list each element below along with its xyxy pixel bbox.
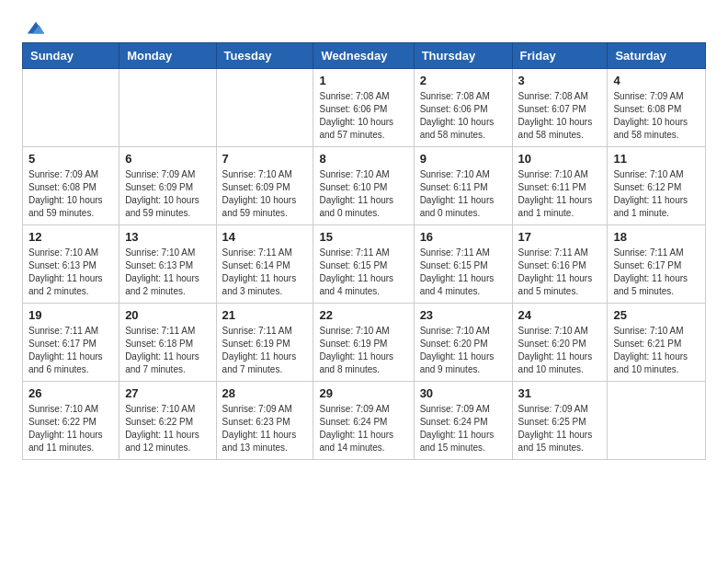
day-info: Sunrise: 7:10 AM Sunset: 6:13 PM Dayligh… <box>28 247 113 298</box>
day-info: Sunrise: 7:10 AM Sunset: 6:09 PM Dayligh… <box>222 168 308 220</box>
calendar-week-1: 1Sunrise: 7:08 AM Sunset: 6:06 PM Daylig… <box>23 69 706 147</box>
calendar-cell: 14Sunrise: 7:11 AM Sunset: 6:14 PM Dayli… <box>216 225 313 304</box>
calendar-cell <box>119 69 216 147</box>
day-number: 20 <box>125 308 210 322</box>
weekday-saturday: Saturday <box>608 43 706 69</box>
calendar-cell <box>608 382 706 460</box>
day-info: Sunrise: 7:09 AM Sunset: 6:24 PM Dayligh… <box>420 403 506 454</box>
day-number: 27 <box>125 386 210 400</box>
calendar-week-2: 5Sunrise: 7:09 AM Sunset: 6:08 PM Daylig… <box>23 147 706 225</box>
day-number: 14 <box>222 230 308 244</box>
calendar-cell: 16Sunrise: 7:11 AM Sunset: 6:15 PM Dayli… <box>414 225 512 304</box>
calendar-cell: 20Sunrise: 7:11 AM Sunset: 6:18 PM Dayli… <box>119 304 216 382</box>
day-number: 1 <box>319 74 407 87</box>
day-info: Sunrise: 7:10 AM Sunset: 6:10 PM Dayligh… <box>319 168 407 220</box>
calendar-cell: 19Sunrise: 7:11 AM Sunset: 6:17 PM Dayli… <box>23 304 119 382</box>
day-number: 22 <box>319 308 407 322</box>
day-info: Sunrise: 7:11 AM Sunset: 6:16 PM Dayligh… <box>518 247 602 298</box>
calendar-cell: 30Sunrise: 7:09 AM Sunset: 6:24 PM Dayli… <box>414 382 512 460</box>
page: SundayMondayTuesdayWednesdayThursdayFrid… <box>0 0 728 478</box>
weekday-header-row: SundayMondayTuesdayWednesdayThursdayFrid… <box>23 43 706 69</box>
day-info: Sunrise: 7:08 AM Sunset: 6:06 PM Dayligh… <box>420 90 506 142</box>
calendar-cell: 7Sunrise: 7:10 AM Sunset: 6:09 PM Daylig… <box>216 147 313 225</box>
calendar-cell: 12Sunrise: 7:10 AM Sunset: 6:13 PM Dayli… <box>23 225 119 304</box>
day-info: Sunrise: 7:08 AM Sunset: 6:06 PM Dayligh… <box>319 90 407 142</box>
calendar-cell <box>216 69 313 147</box>
calendar-cell: 2Sunrise: 7:08 AM Sunset: 6:06 PM Daylig… <box>414 69 512 147</box>
day-info: Sunrise: 7:10 AM Sunset: 6:12 PM Dayligh… <box>613 168 700 220</box>
day-info: Sunrise: 7:09 AM Sunset: 6:09 PM Dayligh… <box>125 168 210 220</box>
day-number: 16 <box>420 230 506 244</box>
day-number: 21 <box>222 308 308 322</box>
calendar-cell: 11Sunrise: 7:10 AM Sunset: 6:12 PM Dayli… <box>608 147 706 225</box>
logo <box>22 18 46 33</box>
weekday-wednesday: Wednesday <box>313 43 414 69</box>
calendar-cell: 3Sunrise: 7:08 AM Sunset: 6:07 PM Daylig… <box>512 69 608 147</box>
day-number: 26 <box>28 386 113 400</box>
day-number: 30 <box>420 386 506 400</box>
day-number: 31 <box>518 386 602 400</box>
day-number: 2 <box>420 74 506 87</box>
day-number: 15 <box>319 230 407 244</box>
day-info: Sunrise: 7:10 AM Sunset: 6:11 PM Dayligh… <box>420 168 506 220</box>
day-number: 5 <box>28 152 113 166</box>
calendar-cell: 4Sunrise: 7:09 AM Sunset: 6:08 PM Daylig… <box>608 69 706 147</box>
weekday-sunday: Sunday <box>23 43 119 69</box>
day-info: Sunrise: 7:09 AM Sunset: 6:24 PM Dayligh… <box>319 403 407 454</box>
day-info: Sunrise: 7:09 AM Sunset: 6:25 PM Dayligh… <box>518 403 602 454</box>
calendar-cell: 28Sunrise: 7:09 AM Sunset: 6:23 PM Dayli… <box>216 382 313 460</box>
calendar-week-5: 26Sunrise: 7:10 AM Sunset: 6:22 PM Dayli… <box>23 382 706 460</box>
day-info: Sunrise: 7:11 AM Sunset: 6:15 PM Dayligh… <box>420 247 506 298</box>
day-number: 18 <box>613 230 700 244</box>
day-number: 28 <box>222 386 308 400</box>
day-info: Sunrise: 7:08 AM Sunset: 6:07 PM Dayligh… <box>518 90 602 142</box>
day-info: Sunrise: 7:09 AM Sunset: 6:08 PM Dayligh… <box>613 90 700 142</box>
weekday-monday: Monday <box>119 43 216 69</box>
day-number: 23 <box>420 308 506 322</box>
calendar-week-3: 12Sunrise: 7:10 AM Sunset: 6:13 PM Dayli… <box>23 225 706 304</box>
day-info: Sunrise: 7:10 AM Sunset: 6:20 PM Dayligh… <box>420 325 506 376</box>
day-number: 25 <box>613 308 700 322</box>
day-info: Sunrise: 7:10 AM Sunset: 6:22 PM Dayligh… <box>125 403 210 454</box>
day-info: Sunrise: 7:09 AM Sunset: 6:08 PM Dayligh… <box>28 168 113 220</box>
day-number: 4 <box>613 74 700 87</box>
day-info: Sunrise: 7:11 AM Sunset: 6:15 PM Dayligh… <box>319 247 407 298</box>
day-info: Sunrise: 7:10 AM Sunset: 6:19 PM Dayligh… <box>319 325 407 376</box>
day-number: 10 <box>518 152 602 166</box>
day-number: 12 <box>28 230 113 244</box>
calendar-table: SundayMondayTuesdayWednesdayThursdayFrid… <box>22 42 706 460</box>
day-number: 8 <box>319 152 407 166</box>
day-number: 6 <box>125 152 210 166</box>
day-info: Sunrise: 7:10 AM Sunset: 6:22 PM Dayligh… <box>28 403 113 454</box>
logo-icon <box>26 18 46 39</box>
calendar-cell: 29Sunrise: 7:09 AM Sunset: 6:24 PM Dayli… <box>313 382 414 460</box>
day-number: 19 <box>28 308 113 322</box>
calendar-cell: 6Sunrise: 7:09 AM Sunset: 6:09 PM Daylig… <box>119 147 216 225</box>
calendar-cell: 18Sunrise: 7:11 AM Sunset: 6:17 PM Dayli… <box>608 225 706 304</box>
calendar-cell: 13Sunrise: 7:10 AM Sunset: 6:13 PM Dayli… <box>119 225 216 304</box>
calendar-cell: 31Sunrise: 7:09 AM Sunset: 6:25 PM Dayli… <box>512 382 608 460</box>
day-info: Sunrise: 7:10 AM Sunset: 6:13 PM Dayligh… <box>125 247 210 298</box>
day-number: 29 <box>319 386 407 400</box>
weekday-friday: Friday <box>512 43 608 69</box>
calendar-cell: 24Sunrise: 7:10 AM Sunset: 6:20 PM Dayli… <box>512 304 608 382</box>
calendar-cell: 22Sunrise: 7:10 AM Sunset: 6:19 PM Dayli… <box>313 304 414 382</box>
day-info: Sunrise: 7:10 AM Sunset: 6:21 PM Dayligh… <box>613 325 700 376</box>
calendar-cell: 8Sunrise: 7:10 AM Sunset: 6:10 PM Daylig… <box>313 147 414 225</box>
day-info: Sunrise: 7:11 AM Sunset: 6:17 PM Dayligh… <box>28 325 113 376</box>
day-number: 13 <box>125 230 210 244</box>
calendar-cell: 5Sunrise: 7:09 AM Sunset: 6:08 PM Daylig… <box>23 147 119 225</box>
day-info: Sunrise: 7:11 AM Sunset: 6:19 PM Dayligh… <box>222 325 308 376</box>
weekday-tuesday: Tuesday <box>216 43 313 69</box>
calendar-cell: 17Sunrise: 7:11 AM Sunset: 6:16 PM Dayli… <box>512 225 608 304</box>
header <box>22 18 706 33</box>
weekday-thursday: Thursday <box>414 43 512 69</box>
calendar-cell: 9Sunrise: 7:10 AM Sunset: 6:11 PM Daylig… <box>414 147 512 225</box>
day-number: 7 <box>222 152 308 166</box>
day-info: Sunrise: 7:09 AM Sunset: 6:23 PM Dayligh… <box>222 403 308 454</box>
day-info: Sunrise: 7:10 AM Sunset: 6:11 PM Dayligh… <box>518 168 602 220</box>
calendar-cell: 10Sunrise: 7:10 AM Sunset: 6:11 PM Dayli… <box>512 147 608 225</box>
calendar-cell: 27Sunrise: 7:10 AM Sunset: 6:22 PM Dayli… <box>119 382 216 460</box>
calendar-cell: 23Sunrise: 7:10 AM Sunset: 6:20 PM Dayli… <box>414 304 512 382</box>
calendar-cell: 25Sunrise: 7:10 AM Sunset: 6:21 PM Dayli… <box>608 304 706 382</box>
